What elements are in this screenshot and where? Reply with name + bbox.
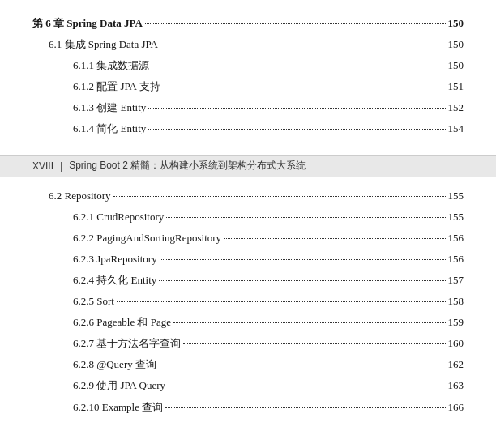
toc-page-s6_2: 155 (448, 187, 464, 205)
toc-dots-ch6 (145, 23, 446, 24)
top-toc-section: 第 6 章 Spring Data JPA1506.1 集成 Spring Da… (0, 0, 496, 155)
page-header-divider: XVIII | Spring Boot 2 精髓：从构建小系统到架构分布式大系统 (0, 155, 496, 177)
toc-entry-s6_2_10: 6.2.10 Example 查询166 (32, 399, 464, 416)
toc-dots-s6_2_5 (117, 301, 446, 302)
book-subtitle: Spring Boot 2 精髓：从构建小系统到架构分布式大系统 (69, 159, 306, 173)
toc-label-s6_2_8: 6.2.8 @Query 查询 (73, 356, 156, 373)
toc-label-s6_2_1: 6.2.1 CrudRepository (73, 208, 164, 226)
toc-label-s6_2_7: 6.2.7 基于方法名字查询 (73, 335, 181, 352)
toc-label-s6_1_1: 6.1.1 集成数据源 (73, 57, 149, 75)
toc-label-ch6: 第 6 章 Spring Data JPA (32, 15, 143, 32)
toc-entry-s6_2_6: 6.2.6 Pageable 和 Page159 (32, 314, 464, 331)
toc-entry-s6_1: 6.1 集成 Spring Data JPA150 (32, 36, 464, 53)
toc-dots-s6_2_3 (160, 259, 446, 260)
toc-entry-s6_1_3: 6.1.3 创建 Entity152 (32, 99, 464, 117)
toc-page-s6_1_4: 154 (448, 120, 464, 138)
toc-entry-s6_2_4: 6.2.4 持久化 Entity157 (32, 271, 464, 289)
toc-label-s6_2_9: 6.2.9 使用 JPA Query (73, 377, 165, 395)
divider-separator: | (60, 160, 62, 172)
toc-dots-s6_2_2 (224, 238, 445, 239)
toc-label-s6_2_10: 6.2.10 Example 查询 (73, 399, 163, 416)
toc-entry-s6_2_9: 6.2.9 使用 JPA Query163 (32, 377, 464, 395)
toc-label-s6_1_3: 6.1.3 创建 Entity (73, 99, 146, 117)
bottom-toc-section: 6.2 Repository1556.2.1 CrudRepository155… (0, 177, 496, 433)
toc-page-s6_1_3: 152 (448, 99, 464, 117)
toc-page-s6_2_3: 156 (448, 250, 464, 268)
toc-dots-s6_2_9 (168, 386, 445, 386)
toc-dots-s6_2 (113, 196, 446, 197)
toc-dots-s6_1_1 (152, 66, 445, 66)
toc-page-s6_1: 150 (448, 36, 464, 53)
toc-dots-s6_1_2 (163, 87, 446, 87)
toc-label-s6_2_5: 6.2.5 Sort (73, 292, 114, 310)
toc-dots-s6_1_4 (148, 129, 445, 130)
toc-page-s6_2_7: 160 (448, 335, 464, 352)
toc-label-s6_1_4: 6.1.4 简化 Entity (73, 120, 146, 138)
toc-page-s6_1_2: 151 (448, 78, 464, 96)
toc-label-s6_1: 6.1 集成 Spring Data JPA (49, 36, 158, 53)
toc-entry-s6_2_8: 6.2.8 @Query 查询162 (32, 356, 464, 373)
toc-dots-s6_1_3 (148, 108, 445, 109)
toc-page-s6_2_10: 166 (448, 399, 464, 416)
toc-page-s6_2_2: 156 (448, 229, 464, 247)
toc-entry-s6_2_3: 6.2.3 JpaRepository156 (32, 250, 464, 268)
toc-dots-s6_2_7 (183, 343, 445, 344)
toc-entry-s6_1_2: 6.1.2 配置 JPA 支持151 (32, 78, 464, 96)
toc-dots-s6_2_4 (159, 280, 445, 281)
toc-page-s6_1_1: 150 (448, 57, 464, 75)
toc-entry-s6_2_1: 6.2.1 CrudRepository155 (32, 208, 464, 226)
toc-entry-s6_2_2: 6.2.2 PagingAndSortingRepository156 (32, 229, 464, 247)
toc-entry-s6_2_5: 6.2.5 Sort158 (32, 292, 464, 310)
toc-page-s6_2_1: 155 (448, 208, 464, 226)
toc-page-s6_2_4: 157 (448, 271, 464, 289)
toc-label-s6_2_4: 6.2.4 持久化 Entity (73, 271, 156, 289)
toc-dots-s6_2_6 (173, 322, 446, 323)
toc-dots-s6_2_8 (159, 365, 446, 365)
toc-label-s6_2_2: 6.2.2 PagingAndSortingRepository (73, 229, 221, 247)
toc-label-s6_2_3: 6.2.3 JpaRepository (73, 250, 157, 268)
toc-page-s6_2_9: 163 (448, 377, 464, 395)
toc-dots-s6_2_1 (166, 217, 445, 218)
toc-page-s6_2_6: 159 (448, 314, 464, 331)
toc-dots-s6_2_10 (165, 407, 445, 408)
toc-entry-s6_2: 6.2 Repository155 (32, 187, 464, 205)
roman-numeral: XVIII (32, 160, 53, 172)
toc-page-s6_2_8: 162 (448, 356, 464, 373)
toc-label-s6_2: 6.2 Repository (49, 187, 111, 205)
toc-page-s6_2_5: 158 (448, 292, 464, 310)
toc-entry-s6_2_7: 6.2.7 基于方法名字查询160 (32, 335, 464, 352)
toc-dots-s6_1 (160, 45, 446, 45)
toc-entry-s6_1_1: 6.1.1 集成数据源150 (32, 57, 464, 75)
toc-entry-s6_1_4: 6.1.4 简化 Entity154 (32, 120, 464, 138)
toc-entry-ch6: 第 6 章 Spring Data JPA150 (32, 15, 464, 32)
toc-page-ch6: 150 (448, 15, 464, 32)
toc-label-s6_1_2: 6.1.2 配置 JPA 支持 (73, 78, 160, 96)
toc-label-s6_2_6: 6.2.6 Pageable 和 Page (73, 314, 171, 331)
